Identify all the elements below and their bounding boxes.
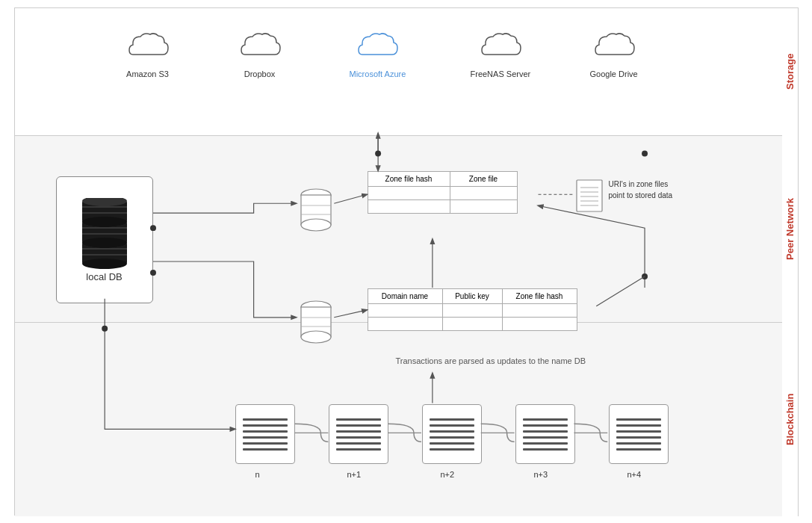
divider-1	[15, 135, 783, 136]
cloud-google: Google Drive	[590, 31, 638, 78]
block-line	[243, 424, 288, 427]
block-line	[616, 424, 661, 427]
block-line	[336, 448, 381, 451]
block-n3-label: n+3	[534, 470, 548, 479]
block-n1-lines	[336, 418, 381, 451]
block-line	[243, 418, 288, 421]
block-line	[336, 424, 381, 427]
block-line	[243, 430, 288, 433]
block-n2-label: n+2	[441, 470, 455, 479]
svg-rect-25	[577, 180, 602, 211]
block-n1	[329, 404, 388, 464]
blockchain-table: Domain name Public key Zone file hash	[368, 288, 577, 331]
block-line	[430, 424, 474, 427]
cloud-azure-icon	[355, 31, 400, 65]
block-n4	[609, 404, 669, 464]
block-n-lines	[243, 418, 288, 451]
block-line	[523, 424, 568, 427]
db-stack	[78, 198, 131, 265]
main-container: Storage Peer Network Blockchain Amazon S…	[14, 7, 799, 516]
block-line	[430, 448, 474, 451]
uri-text: URI's in zone filespoint to stored data	[609, 179, 673, 201]
peer-table-col-hash: Zone file hash	[368, 172, 450, 187]
cloud-google-label: Google Drive	[590, 69, 638, 78]
peer-table-row-2	[368, 200, 517, 214]
peer-table-col-file: Zone file	[450, 172, 517, 187]
local-db-label: local DB	[86, 271, 122, 282]
block-line	[430, 430, 474, 433]
document-icon	[575, 179, 604, 215]
svg-point-12	[82, 217, 127, 227]
block-line	[430, 436, 474, 439]
blockchain-table-row-2	[368, 318, 577, 331]
block-line	[430, 442, 474, 445]
cloud-amazon-icon	[125, 31, 170, 65]
svg-point-17	[301, 219, 331, 231]
svg-point-22	[301, 331, 331, 343]
block-line	[616, 430, 661, 433]
cloud-dropbox-icon	[238, 31, 282, 65]
block-n1-label: n+1	[347, 470, 362, 479]
transaction-text: Transactions are parsed as updates to th…	[396, 356, 586, 365]
local-db-box: local DB	[56, 176, 153, 303]
blockchain-label: Blockchain	[782, 322, 799, 516]
cloud-amazon: Amazon S3	[125, 31, 170, 78]
cloud-google-icon	[592, 31, 636, 65]
block-line	[243, 448, 288, 451]
small-db-blockchain	[297, 298, 335, 349]
blockchain-table-col-domain: Domain name	[368, 289, 442, 304]
svg-point-7	[82, 238, 127, 248]
block-line	[523, 448, 568, 451]
cloud-amazon-label: Amazon S3	[126, 69, 169, 78]
peer-table: Zone file hash Zone file	[368, 171, 518, 214]
block-line	[243, 436, 288, 439]
cloud-freenas: FreeNAS Server	[471, 31, 531, 78]
block-line	[523, 436, 568, 439]
block-line	[336, 436, 381, 439]
peer-table-row-1	[368, 187, 517, 200]
svg-point-2	[82, 259, 127, 269]
block-line	[523, 430, 568, 433]
block-line	[616, 418, 661, 421]
block-line	[336, 418, 381, 421]
cloud-azure: Microsoft Azure	[350, 31, 406, 78]
block-line	[243, 442, 288, 445]
block-n4-label: n+4	[627, 470, 642, 479]
small-db-peer	[297, 186, 335, 237]
block-n3-lines	[523, 418, 568, 451]
block-n3	[515, 404, 575, 464]
cloud-freenas-label: FreeNAS Server	[471, 69, 531, 78]
blockchain-table-row-1	[368, 304, 577, 318]
block-n	[235, 404, 295, 464]
block-line	[616, 436, 661, 439]
blockchain-table-col-key: Public key	[442, 289, 502, 304]
block-n2	[422, 404, 482, 464]
block-line	[616, 442, 661, 445]
block-n-label: n	[255, 470, 260, 479]
block-line	[336, 442, 381, 445]
cloud-freenas-icon	[478, 31, 523, 65]
blockchain-table-col-hash: Zone file hash	[502, 289, 577, 304]
cloud-dropbox-label: Dropbox	[244, 69, 276, 78]
block-n2-lines	[430, 418, 474, 451]
cloud-dropbox: Dropbox	[238, 31, 282, 78]
block-line	[523, 418, 568, 421]
block-line	[616, 448, 661, 451]
block-line	[430, 418, 474, 421]
block-line	[523, 442, 568, 445]
cloud-azure-label: Microsoft Azure	[350, 69, 406, 78]
peer-label: Peer Network	[782, 135, 799, 322]
storage-label: Storage	[782, 8, 799, 135]
block-line	[336, 430, 381, 433]
block-n4-lines	[616, 418, 661, 451]
